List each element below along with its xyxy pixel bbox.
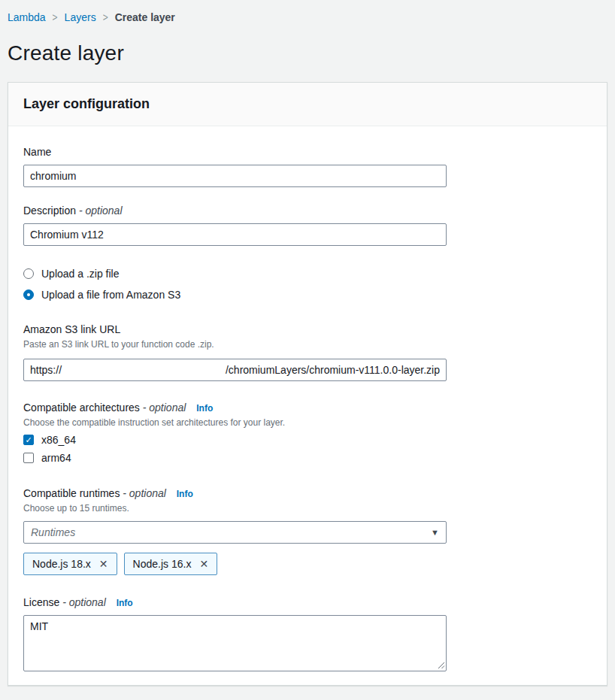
name-input[interactable] bbox=[23, 165, 447, 187]
upload-zip-radio-label: Upload a .zip file bbox=[41, 268, 120, 280]
architectures-field: Compatible architectures - optional Info… bbox=[23, 401, 592, 464]
runtimes-help-text: Choose up to 15 runtimes. bbox=[23, 503, 592, 514]
description-field: Description - optional bbox=[23, 204, 592, 246]
license-field: License - optional Info MIT bbox=[23, 595, 592, 671]
s3-url-input[interactable]: https:// /chromiumLayers/chromium-v111.0… bbox=[23, 359, 447, 381]
radio-unselected-icon[interactable] bbox=[23, 268, 34, 279]
upload-s3-radio-label: Upload a file from Amazon S3 bbox=[41, 289, 180, 301]
panel-body: Name Description - optional Upload a .zi… bbox=[8, 126, 607, 685]
architectures-label-text: Compatible architectures bbox=[23, 402, 140, 414]
description-input[interactable] bbox=[23, 223, 447, 246]
runtimes-info-link[interactable]: Info bbox=[177, 489, 193, 499]
architectures-label: Compatible architectures - optional Info bbox=[23, 402, 213, 414]
layer-configuration-panel: Layer configuration Name Description - o… bbox=[8, 82, 607, 686]
breadcrumb: Lambda > Layers > Create layer bbox=[0, 0, 615, 23]
description-optional-text: - optional bbox=[79, 205, 123, 217]
arm64-checkbox-label: arm64 bbox=[41, 452, 71, 464]
description-label-text: Description bbox=[23, 205, 76, 217]
panel-header: Layer configuration bbox=[8, 83, 607, 126]
name-label: Name bbox=[23, 146, 51, 158]
runtime-tokens: Node.js 18.x ✕ Node.js 16.x ✕ bbox=[23, 553, 592, 575]
runtime-token-nodejs-16: Node.js 16.x ✕ bbox=[124, 553, 218, 575]
s3-url-help-text: Paste an S3 link URL to your function co… bbox=[23, 339, 592, 350]
upload-source-radio-group: Upload a .zip file Upload a file from Am… bbox=[23, 268, 592, 301]
runtimes-select-placeholder: Runtimes bbox=[31, 526, 75, 538]
page-title: Create layer bbox=[8, 41, 615, 65]
checkbox-checked-icon[interactable]: ✓ bbox=[23, 435, 34, 445]
arm64-checkbox-row[interactable]: arm64 bbox=[23, 452, 592, 464]
license-textarea[interactable]: MIT bbox=[23, 615, 447, 671]
breadcrumb-link-lambda[interactable]: Lambda bbox=[8, 11, 46, 23]
x86-64-checkbox-row[interactable]: ✓ x86_64 bbox=[23, 434, 592, 446]
license-optional-text: - optional bbox=[62, 596, 106, 608]
architectures-help-text: Choose the compatible instruction set ar… bbox=[23, 417, 592, 428]
architectures-optional-text: - optional bbox=[143, 402, 186, 414]
runtimes-select[interactable]: Runtimes ▼ bbox=[23, 521, 447, 544]
radio-selected-icon[interactable] bbox=[23, 289, 34, 300]
runtimes-field: Compatible runtimes - optional Info Choo… bbox=[23, 486, 592, 575]
runtime-token-label: Node.js 18.x bbox=[32, 558, 91, 570]
breadcrumb-separator-icon: > bbox=[103, 11, 108, 24]
close-icon[interactable]: ✕ bbox=[99, 559, 108, 569]
license-label: License - optional Info bbox=[23, 596, 133, 608]
breadcrumb-current-page: Create layer bbox=[115, 11, 175, 23]
panel-title: Layer configuration bbox=[23, 96, 592, 112]
s3-url-field: Amazon S3 link URL Paste an S3 link URL … bbox=[23, 323, 592, 381]
caret-down-icon: ▼ bbox=[431, 528, 439, 537]
description-label: Description - optional bbox=[23, 205, 123, 217]
breadcrumb-link-layers[interactable]: Layers bbox=[65, 11, 96, 23]
license-label-text: License bbox=[23, 596, 59, 608]
resize-handle-icon[interactable] bbox=[438, 662, 445, 669]
close-icon[interactable]: ✕ bbox=[199, 559, 208, 569]
upload-zip-radio-option[interactable]: Upload a .zip file bbox=[23, 268, 592, 280]
s3-url-label: Amazon S3 link URL bbox=[23, 323, 120, 335]
runtimes-optional-text: - optional bbox=[123, 487, 166, 499]
name-field: Name bbox=[23, 145, 592, 187]
runtimes-label: Compatible runtimes - optional Info bbox=[23, 487, 193, 499]
license-info-link[interactable]: Info bbox=[117, 598, 133, 608]
runtime-token-nodejs-18: Node.js 18.x ✕ bbox=[23, 553, 117, 575]
runtimes-label-text: Compatible runtimes bbox=[23, 487, 120, 499]
check-icon: ✓ bbox=[25, 436, 32, 444]
breadcrumb-separator-icon: > bbox=[53, 11, 58, 24]
architectures-info-link[interactable]: Info bbox=[196, 403, 213, 414]
runtime-token-label: Node.js 16.x bbox=[133, 558, 192, 570]
upload-s3-radio-option[interactable]: Upload a file from Amazon S3 bbox=[23, 289, 592, 301]
checkbox-unchecked-icon[interactable] bbox=[23, 453, 34, 463]
s3-url-prefix-text: https:// bbox=[30, 364, 62, 376]
license-textarea-wrap: MIT bbox=[23, 615, 447, 671]
x86-64-checkbox-label: x86_64 bbox=[41, 434, 76, 446]
s3-url-path-text: /chromiumLayers/chromium-v111.0.0-layer.… bbox=[226, 364, 440, 376]
